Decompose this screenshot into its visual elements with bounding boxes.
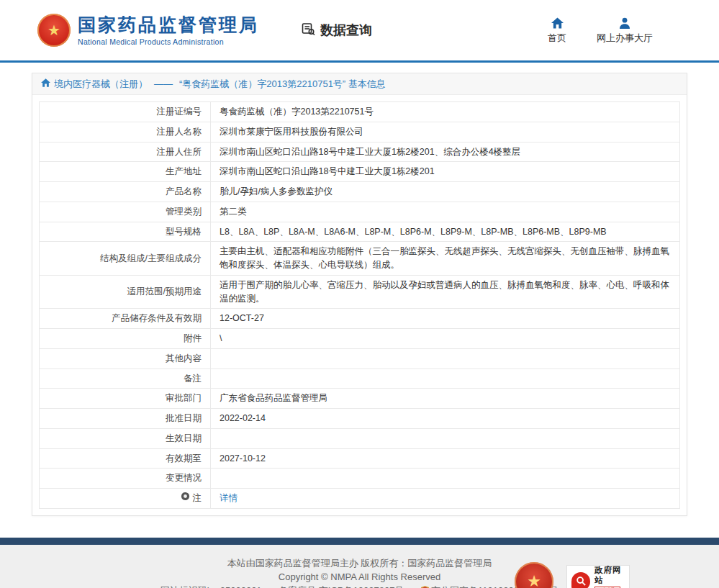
table-row: 产品名称 胎儿/孕妇/病人多参数监护仪 xyxy=(40,182,680,202)
row-value: 2022-02-14 xyxy=(211,409,680,429)
table-row: 批准日期 2022-02-14 xyxy=(40,409,680,429)
org-name: 国家药品监督管理局 xyxy=(78,14,259,35)
person-icon xyxy=(619,17,630,29)
site-id-code: 网站标识码bm35000001 xyxy=(160,585,262,588)
row-value: 适用于围产期的胎儿心率、宫缩压力、胎动以及孕妇或普通病人的血压、脉搏血氧饱和度、… xyxy=(211,275,680,309)
row-label: 产品储存条件及有效期 xyxy=(40,309,211,329)
row-value: 详情 xyxy=(211,489,680,509)
error-badge-title: 政府网站 xyxy=(594,565,625,585)
police-shield-icon xyxy=(421,585,429,588)
row-label: 生产地址 xyxy=(40,162,211,182)
row-value: 12-OCT-27 xyxy=(211,309,680,329)
row-label: 适用范围/预期用途 xyxy=(40,275,211,309)
row-label: 注册人住所 xyxy=(40,142,211,162)
row-label: 备注 xyxy=(40,368,211,389)
row-label: 型号规格 xyxy=(40,222,211,242)
content-box: 境内医疗器械（注册） —— “粤食药监械（准）字2013第2210751号” 基… xyxy=(32,73,687,516)
table-row: 产品储存条件及有效期 12-OCT-27 xyxy=(40,309,680,329)
row-label: 结构及组成/主要组成成分 xyxy=(40,242,211,276)
error-report-icon xyxy=(571,572,590,588)
table-row: 备注 xyxy=(40,368,680,389)
breadcrumb-page-title: “粤食药监械（准）字2013第2210751号” 基本信息 xyxy=(179,78,386,91)
row-label: 批准日期 xyxy=(40,409,211,429)
row-label: 审批部门 xyxy=(40,389,211,409)
note-icon xyxy=(181,492,190,505)
table-row: 附件 \ xyxy=(40,329,680,349)
emblem-star-icon: ★ xyxy=(527,572,541,588)
row-label: 管理类别 xyxy=(40,202,211,222)
home-icon xyxy=(551,17,564,29)
data-query-icon xyxy=(301,22,315,40)
nav-home-label: 首页 xyxy=(548,32,566,45)
row-value xyxy=(211,469,680,489)
row-label: 附件 xyxy=(40,329,211,349)
breadcrumb-home-icon xyxy=(41,78,50,89)
row-label-text: 注 xyxy=(193,492,202,505)
table-row: 有效期至 2027-10-12 xyxy=(40,448,680,469)
nav-service-hall-label: 网上办事大厅 xyxy=(597,32,653,45)
site-header: ★ 国家药品监督管理局 National Medical Products Ad… xyxy=(0,0,719,60)
registration-info-table: 注册证编号 粤食药监械（准）字2013第2210751号 注册人名称 深圳市莱康… xyxy=(39,101,680,509)
table-row: 注册人名称 深圳市莱康宁医用科技股份有限公司 xyxy=(40,122,680,142)
nav-service-hall[interactable]: 网上办事大厅 xyxy=(597,17,653,45)
icp-record-number: 备案序号:京ICP备13027807号 xyxy=(279,585,404,588)
table-row: 注册人住所 深圳市南山区蛇口沿山路18号中建工业大厦1栋2楼201、综合办公楼4… xyxy=(40,142,680,162)
org-name-en: National Medical Products Administration xyxy=(78,37,259,46)
row-value: 胎儿/孕妇/病人多参数监护仪 xyxy=(211,182,680,202)
row-value: 2027-10-12 xyxy=(211,448,680,469)
footer-divider-bar xyxy=(0,538,719,545)
row-value: L8、L8A、L8P、L8A-M、L8A6-M、L8P-M、L8P6-M、L8P… xyxy=(211,222,680,242)
table-row: 其他内容 xyxy=(40,348,680,368)
row-value: 主要由主机、适配器和相应功能附件（三合一胎监探头、无线超声探头、无线宫缩探头、无… xyxy=(211,242,680,276)
row-value: 粤食药监械（准）字2013第2210751号 xyxy=(211,102,680,122)
row-value: \ xyxy=(211,329,680,349)
breadcrumb-separator: —— xyxy=(154,78,173,89)
row-value: 广东省食品药品监督管理局 xyxy=(211,389,680,409)
breadcrumb-category[interactable]: 境内医疗器械（注册） xyxy=(54,78,148,91)
government-agency-badge[interactable]: ★ 党政机关 xyxy=(515,562,553,588)
table-row: 生产地址 深圳市南山区蛇口沿山路18号中建工业大厦1栋2楼201 xyxy=(40,162,680,182)
row-value: 深圳市南山区蛇口沿山路18号中建工业大厦1栋2楼201、综合办公楼4楼整层 xyxy=(211,142,680,162)
row-value xyxy=(211,348,680,368)
row-label: 有效期至 xyxy=(40,448,211,469)
website-error-report-badge[interactable]: 政府网站 找错 xyxy=(566,565,630,588)
nmpa-logo[interactable]: ★ 国家药品监督管理局 National Medical Products Ad… xyxy=(37,14,259,47)
top-nav: 首页 网上办事大厅 xyxy=(548,17,682,45)
row-label: 产品名称 xyxy=(40,182,211,202)
national-emblem-icon: ★ xyxy=(37,14,71,47)
table-row: 审批部门 广东省食品药品监督管理局 xyxy=(40,389,680,409)
breadcrumb: 境内医疗器械（注册） —— “粤食药监械（准）字2013第2210751号” 基… xyxy=(32,73,687,95)
footer-badges: ★ 党政机关 政府网站 找错 xyxy=(515,562,630,588)
main-content: 境内医疗器械（注册） —— “粤食药监械（准）字2013第2210751号” 基… xyxy=(0,63,719,516)
row-value: 深圳市南山区蛇口沿山路18号中建工业大厦1栋2楼201 xyxy=(211,162,680,182)
row-label: 生效日期 xyxy=(40,428,211,448)
row-label: 注 xyxy=(40,489,211,509)
site-footer: 本站由国家药品监督管理局主办 版权所有：国家药品监督管理局 Copyright … xyxy=(0,545,719,588)
table-row: 管理类别 第二类 xyxy=(40,202,680,222)
row-value xyxy=(211,428,680,448)
table-row: 变更情况 xyxy=(40,469,680,489)
data-query-label: 数据查询 xyxy=(320,22,372,39)
row-value: 第二类 xyxy=(211,202,680,222)
row-label: 注册证编号 xyxy=(40,102,211,122)
row-value xyxy=(211,368,680,389)
row-label: 注册人名称 xyxy=(40,122,211,142)
table-row: 注 详情 xyxy=(40,489,680,509)
table-row: 结构及组成/主要组成成分 主要由主机、适配器和相应功能附件（三合一胎监探头、无线… xyxy=(40,242,680,276)
data-query-section[interactable]: 数据查询 xyxy=(301,22,372,40)
row-label: 变更情况 xyxy=(40,469,211,489)
row-value: 深圳市莱康宁医用科技股份有限公司 xyxy=(211,122,680,142)
nav-home[interactable]: 首页 xyxy=(548,17,566,45)
table-row: 型号规格 L8、L8A、L8P、L8A-M、L8A6-M、L8P-M、L8P6-… xyxy=(40,222,680,242)
table-row: 注册证编号 粤食药监械（准）字2013第2210751号 xyxy=(40,102,680,122)
detail-link[interactable]: 详情 xyxy=(220,493,238,503)
row-label: 其他内容 xyxy=(40,348,211,368)
table-row: 生效日期 xyxy=(40,428,680,448)
table-row: 适用范围/预期用途 适用于围产期的胎儿心率、宫缩压力、胎动以及孕妇或普通病人的血… xyxy=(40,275,680,309)
